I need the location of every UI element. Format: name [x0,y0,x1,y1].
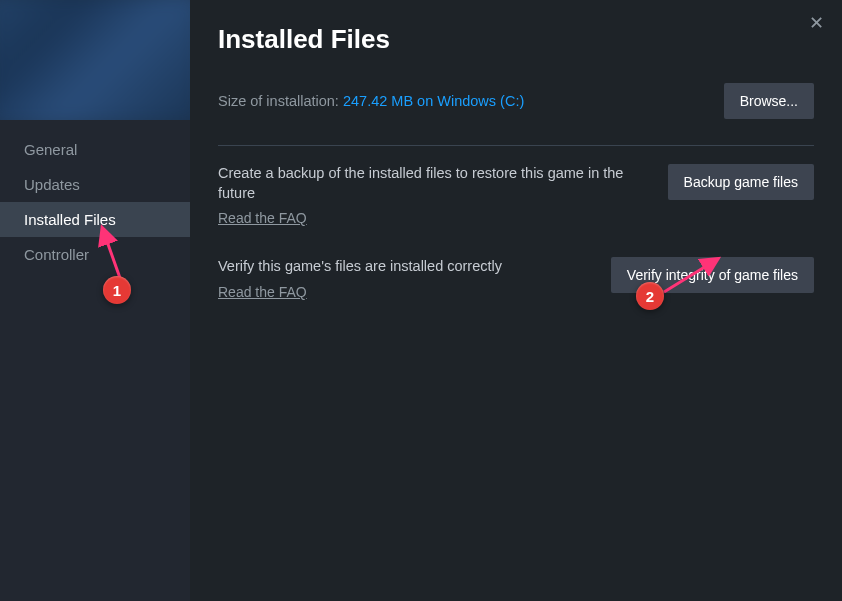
page-title: Installed Files [218,24,814,55]
backup-text: Create a backup of the installed files t… [218,164,648,227]
verify-row: Verify this game's files are installed c… [218,257,814,301]
sidebar-item-general[interactable]: General [0,132,190,167]
main-content: ✕ Installed Files Size of installation: … [190,0,842,601]
backup-desc: Create a backup of the installed files t… [218,164,648,203]
settings-window: General Updates Installed Files Controll… [0,0,842,601]
annotation-marker-2: 2 [636,282,664,310]
sidebar-item-installed-files[interactable]: Installed Files [0,202,190,237]
verify-faq-link[interactable]: Read the FAQ [218,284,307,300]
sidebar-item-controller[interactable]: Controller [0,237,190,272]
backup-button[interactable]: Backup game files [668,164,814,200]
backup-row: Create a backup of the installed files t… [218,164,814,227]
install-size-row: Size of installation: 247.42 MB on Windo… [218,83,814,119]
close-button[interactable]: ✕ [805,10,828,36]
browse-button[interactable]: Browse... [724,83,814,119]
sidebar-item-updates[interactable]: Updates [0,167,190,202]
sidebar-nav: General Updates Installed Files Controll… [0,120,190,272]
install-size-label: Size of installation: [218,93,343,109]
game-artwork [0,0,190,120]
verify-desc: Verify this game's files are installed c… [218,257,591,277]
verify-text: Verify this game's files are installed c… [218,257,591,301]
install-location-link[interactable]: 247.42 MB on Windows (C:) [343,93,524,109]
sidebar: General Updates Installed Files Controll… [0,0,190,601]
close-icon: ✕ [809,13,824,33]
divider [218,145,814,146]
install-size-text: Size of installation: 247.42 MB on Windo… [218,93,524,109]
annotation-marker-1: 1 [103,276,131,304]
backup-faq-link[interactable]: Read the FAQ [218,210,307,226]
